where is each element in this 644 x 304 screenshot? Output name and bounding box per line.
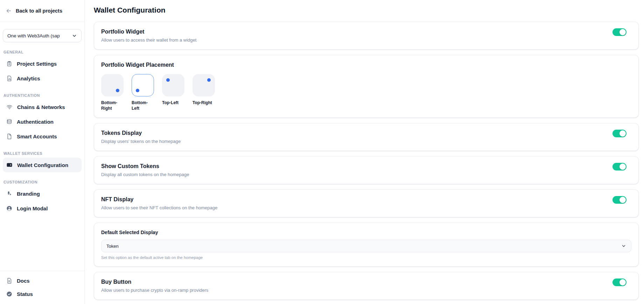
section-label-general: GENERAL xyxy=(4,50,79,54)
sidebar-item-label: Wallet Configuration xyxy=(17,162,68,168)
sidebar-item-smart-accounts[interactable]: Smart Accounts xyxy=(0,129,84,144)
sidebar-item-login-modal[interactable]: Login Modal xyxy=(0,201,84,216)
show-custom-tokens-card: Show Custom Tokens Display all custom to… xyxy=(94,156,639,184)
toggle-knob xyxy=(620,130,626,137)
sidebar-item-label: Analytics xyxy=(17,75,40,81)
nft-display-card: NFT Display Allow users to see their NFT… xyxy=(94,189,639,217)
sidebar-item-docs[interactable]: Docs xyxy=(0,274,84,287)
status-check-icon xyxy=(6,291,12,297)
nft-display-toggle[interactable] xyxy=(612,196,626,204)
portfolio-widget-toggle[interactable] xyxy=(612,28,626,36)
sidebar-item-status[interactable]: Status xyxy=(0,287,84,301)
card-title: Portfolio Widget Placement xyxy=(101,61,631,68)
sidebar-item-label: Status xyxy=(17,291,33,297)
tokens-display-toggle[interactable] xyxy=(612,130,626,137)
card-title: Buy Button xyxy=(101,278,208,285)
widget-dot-icon xyxy=(116,89,119,92)
main-content: Wallet Configuration Portfolio Widget Al… xyxy=(85,0,644,304)
sidebar-item-label: Authentication xyxy=(17,119,54,125)
toggle-knob xyxy=(620,197,626,203)
placement-option-label: Bottom-Right xyxy=(101,100,124,111)
card-description: Allow users to see their NFT collections… xyxy=(101,205,217,211)
arrow-left-icon xyxy=(6,8,12,14)
show-custom-tokens-toggle[interactable] xyxy=(612,163,626,171)
clipboard-icon xyxy=(6,61,12,67)
back-to-projects-label: Back to all projects xyxy=(16,8,62,14)
back-to-projects-link[interactable]: Back to all projects xyxy=(0,0,84,22)
sidebar-item-label: Login Modal xyxy=(17,205,48,211)
placement-preview-box xyxy=(132,74,154,96)
sidebar-item-wallet-configuration[interactable]: Wallet Configuration xyxy=(3,158,82,172)
sidebar-item-chains-networks[interactable]: Chains & Networks xyxy=(0,100,84,114)
card-description: Display all custom tokens on the homepag… xyxy=(101,172,189,178)
docs-icon xyxy=(6,278,12,284)
sidebar-item-analytics[interactable]: Analytics xyxy=(0,71,84,86)
wallet-icon xyxy=(6,162,13,168)
placement-preview-box xyxy=(101,74,124,96)
card-title: Show Custom Tokens xyxy=(101,163,189,170)
buy-button-card: Buy Button Allow users to purchase crypt… xyxy=(94,272,639,300)
widget-dot-icon xyxy=(136,89,139,92)
placement-preview-box xyxy=(162,74,184,96)
sidebar-footer: Docs Status xyxy=(0,271,84,304)
default-display-label: Default Selected Display xyxy=(101,229,631,236)
toggle-knob xyxy=(620,29,626,35)
portfolio-widget-card: Portfolio Widget Allow users to access t… xyxy=(94,22,639,50)
section-label-authentication: AUTHENTICATION xyxy=(4,93,79,97)
chevron-down-icon xyxy=(72,33,77,38)
card-title: NFT Display xyxy=(101,196,217,203)
widget-dot-icon xyxy=(166,78,170,82)
sidebar-item-branding[interactable]: Branding xyxy=(0,186,84,201)
tokens-display-card: Tokens Display Display users' tokens on … xyxy=(94,123,639,151)
page-title: Wallet Configuration xyxy=(94,6,639,15)
sidebar-item-label: Project Settings xyxy=(17,61,57,67)
project-select-dropdown[interactable]: One with Web3Auth (sap xyxy=(3,29,82,42)
card-title: Portfolio Widget xyxy=(101,28,196,35)
sidebar: Back to all projects One with Web3Auth (… xyxy=(0,0,85,304)
placement-option-bottom-left[interactable]: Bottom-Left xyxy=(132,74,154,111)
card-description: Allow users to purchase crypto via on-ra… xyxy=(101,287,208,293)
placement-option-bottom-right[interactable]: Bottom-Right xyxy=(101,74,124,111)
sidebar-item-label: Smart Accounts xyxy=(17,133,57,139)
placement-option-label: Top-Left xyxy=(162,100,184,106)
sidebar-item-project-settings[interactable]: Project Settings xyxy=(0,56,84,71)
section-label-wallet-services: WALLET SERVICES xyxy=(4,151,79,155)
file-icon xyxy=(6,133,12,139)
placement-preview-box xyxy=(192,74,215,96)
section-label-customization: CUSTOMIZATION xyxy=(4,180,79,184)
sidebar-item-authentication[interactable]: Authentication xyxy=(0,114,84,129)
card-description: Allow users to access their wallet from … xyxy=(101,37,196,43)
toggle-knob xyxy=(620,164,626,170)
default-selected-display-card: Default Selected Display Token Set this … xyxy=(94,223,639,267)
widget-dot-icon xyxy=(207,78,211,82)
placement-options: Bottom-Right Bottom-Left Top-Left Top-Ri… xyxy=(101,74,631,111)
sidebar-item-label: Branding xyxy=(17,191,40,197)
card-description: Display users' tokens on the homepage xyxy=(101,138,181,144)
chevron-down-icon xyxy=(621,244,626,248)
buy-button-toggle[interactable] xyxy=(612,278,626,286)
default-display-helper-text: Set this option as the default active ta… xyxy=(101,255,631,260)
placement-option-top-right[interactable]: Top-Right xyxy=(192,74,215,111)
project-select-value: One with Web3Auth (sap xyxy=(7,33,60,38)
database-icon xyxy=(6,119,12,125)
placement-option-label: Bottom-Left xyxy=(132,100,154,111)
portfolio-widget-placement-card: Portfolio Widget Placement Bottom-Right … xyxy=(94,55,639,118)
wifi-icon xyxy=(6,104,13,110)
toggle-knob xyxy=(620,279,626,285)
user-icon xyxy=(6,205,12,211)
placement-option-label: Top-Right xyxy=(192,100,215,106)
placement-option-top-left[interactable]: Top-Left xyxy=(162,74,184,111)
sidebar-nav: GENERAL Project Settings Analytics AUTHE… xyxy=(0,42,84,271)
card-title: Tokens Display xyxy=(101,130,181,137)
default-display-select-value: Token xyxy=(106,244,119,249)
sidebar-item-label: Docs xyxy=(17,278,30,284)
brush-icon xyxy=(6,191,12,197)
default-display-select[interactable]: Token xyxy=(101,240,631,252)
document-chart-icon xyxy=(6,75,12,81)
sidebar-item-label: Chains & Networks xyxy=(17,104,65,110)
